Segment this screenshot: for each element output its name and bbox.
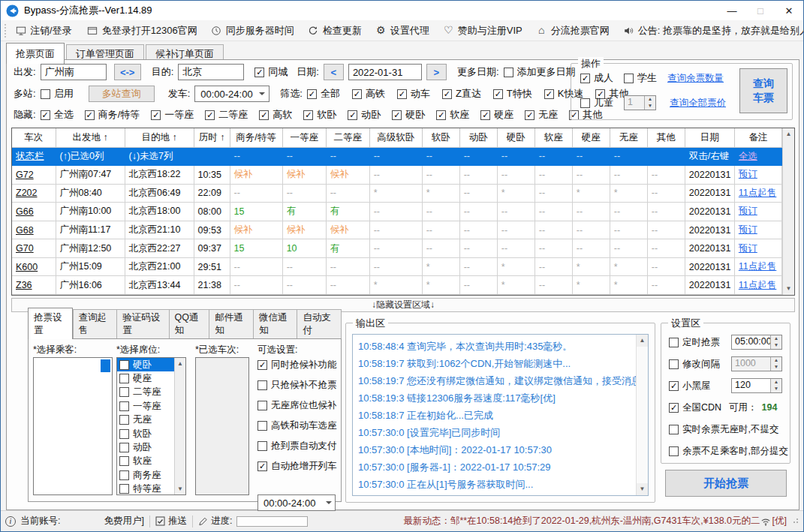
seat-option[interactable]: 二等座 [117,386,174,399]
settings-checkbox-6[interactable]: 余票不足乘客时,部分提交 [669,445,788,458]
seat-option[interactable]: 动卧 [117,440,174,454]
table-row[interactable]: G68广州南11:17北京西21:1009:53候补候补候补----------… [12,221,782,239]
column-header[interactable]: 高级软卧 [369,128,422,147]
multi-station-query-button[interactable]: 多站查询 [89,86,155,102]
train-number-link[interactable]: Z202 [12,184,56,203]
seat-scrollbar[interactable]: ▲▼ [174,358,185,494]
student-checkbox[interactable]: 学生 [624,71,657,85]
output-scrollbar[interactable]: ▲▼ [636,335,648,495]
train-number-link[interactable]: G70 [12,239,56,258]
filter-checkbox-3[interactable]: 动车 [397,87,430,101]
close-button[interactable]: ✕ [775,1,803,20]
settings-tab-4[interactable]: QQ通知 [169,309,209,339]
remark-link[interactable]: 11点起售 [734,276,781,295]
train-number-link[interactable]: K600 [12,257,56,276]
settings-checkbox-4[interactable]: 全国CDN [669,401,721,414]
maximize-button[interactable]: □ [746,1,775,20]
column-header[interactable]: 车次 [12,128,56,147]
column-header[interactable]: 商务/特等 [230,128,282,147]
toolbar-item-6[interactable]: ♡赞助与注册VIP [436,22,529,40]
column-header[interactable]: 动卧 [459,128,497,147]
start-grab-button[interactable]: 开始抢票 [665,470,787,497]
seat-option[interactable]: 一等座 [117,399,174,413]
column-header[interactable]: 其他 [647,128,685,147]
settings-tab-1[interactable]: 抢票设置 [28,308,73,339]
resize-grip-icon[interactable] [791,517,799,526]
adult-checkbox[interactable]: 成人 [580,71,613,85]
settings-tab-2[interactable]: 查询起售 [73,309,117,339]
table-scrollbar[interactable]: ▲ ▼ [782,128,794,295]
remark-link[interactable]: 预订 [734,203,781,221]
filter-checkbox-5[interactable]: T特快 [493,87,532,101]
dest-input[interactable] [178,64,244,80]
toolbar-item-5[interactable]: ⚙设置代理 [369,22,436,40]
settings-checkbox-3[interactable]: 小黑屋 [669,380,711,392]
toolbar-item-2[interactable]: 免登录打开12306官网 [80,22,204,40]
toolbar-item-8[interactable]: 公告: 抢票靠的是坚持，放弃就是给别人机会! [616,22,804,40]
child-count-spinner[interactable]: 1▲▼ [624,95,656,110]
settings-checkbox-5[interactable]: 实时余票无座时,不提交 [669,423,778,436]
grab-option-6[interactable]: 自动抢增开列车 [257,460,337,473]
train-number-link[interactable]: 状态栏 [12,147,56,166]
table-row[interactable]: Z202广州08:40北京西06:4922:09------**--*--**-… [12,184,782,203]
minimize-button[interactable]: — [718,1,746,20]
seat-option[interactable]: 软卧 [117,427,174,440]
settings-spinner-3[interactable]: 120▲▼ [731,378,782,393]
hide-checkbox-8[interactable]: 硬卧 [392,108,425,122]
seat-option[interactable]: 商务座 [117,468,174,482]
add-more-dates-checkbox[interactable]: 添加更多日期 [504,65,576,79]
column-header[interactable]: 历时 ↑ [194,128,230,147]
grab-option-2[interactable]: 只抢候补不抢票 [257,379,337,392]
date-next-button[interactable]: > [426,64,447,80]
child-checkbox[interactable]: 儿童 [580,96,613,110]
table-row[interactable]: G72广州南07:47北京西18:2210:35候补候补候补----------… [12,166,782,185]
settings-tab-6[interactable]: 微信通知 [253,309,297,339]
seat-listbox[interactable]: 硬卧硬座二等座一等座无座软卧动卧软座商务座特等座 ▲▼ [116,357,186,495]
hide-checkbox-4[interactable]: 二等座 [205,108,248,122]
query-prices-link[interactable]: 查询全部票价 [670,97,726,110]
settings-checkbox-1[interactable]: 定时抢票 [669,336,720,349]
hide-checkbox-6[interactable]: 软卧 [303,108,336,122]
spinner-arrows[interactable]: ▲▼ [770,335,781,349]
remark-link[interactable]: 11点起售 [734,257,781,276]
seat-option[interactable]: 软座 [117,455,174,468]
filter-checkbox-4[interactable]: Z直达 [442,87,481,101]
train-number-link[interactable]: G68 [12,221,56,239]
column-header[interactable]: 一等座 [282,128,326,147]
remark-link[interactable]: 全选 [734,147,781,166]
hide-checkbox-2[interactable]: 商务/特等 [85,108,140,122]
spinner-arrows[interactable]: ▲▼ [644,96,655,110]
toolbar-item-7[interactable]: ⌂分流抢票官网 [529,22,616,40]
scroll-down-icon[interactable]: ▼ [783,283,794,295]
column-header[interactable]: 日期 [685,128,734,147]
scroll-up-icon[interactable]: ▲ [783,128,794,140]
settings-spinner-1[interactable]: 05:00:00▲▼ [731,335,782,350]
column-header[interactable]: 出发地 ↑ [56,128,125,147]
remark-link[interactable]: 预订 [734,166,781,185]
push-label[interactable]: 推送 [168,515,187,527]
spinner-arrows[interactable]: ▲▼ [770,357,781,371]
grab-option-3[interactable]: 无座席位也候补 [257,399,337,412]
toolbar-item-4[interactable]: 检查更新 [301,22,369,40]
hide-checkbox-9[interactable]: 软座 [436,108,469,122]
column-header[interactable]: 软座 [534,128,572,147]
table-row[interactable]: Z36广州16:06北京西13:4421:38------**--*--**--… [12,276,782,295]
query-remaining-link[interactable]: 查询余票数量 [667,72,724,85]
remark-link[interactable]: 预订 [734,221,781,239]
train-number-link[interactable]: G66 [12,203,56,221]
date-input[interactable] [348,64,422,80]
column-header[interactable]: 二等座 [326,128,369,147]
swap-stations-button[interactable]: <-> [114,64,141,80]
multi-enable-checkbox[interactable]: 启用 [41,87,74,101]
filter-checkbox-1[interactable]: 全部 [307,87,340,101]
selected-trains-box[interactable] [195,357,249,495]
column-header[interactable]: 备注 [734,128,781,147]
column-header[interactable]: 硬卧 [497,128,534,147]
grab-option-5[interactable]: 抢到票自动支付 [257,440,337,452]
seat-option[interactable]: 硬座 [117,371,174,385]
hide-checkbox-1[interactable]: 全选 [41,108,74,122]
column-header[interactable]: 目的地 ↑ [125,128,194,147]
toolbar-item-3[interactable]: 同步服务器时间 [204,22,301,40]
train-number-link[interactable]: G72 [12,166,56,185]
remark-link[interactable]: 预订 [734,239,781,258]
